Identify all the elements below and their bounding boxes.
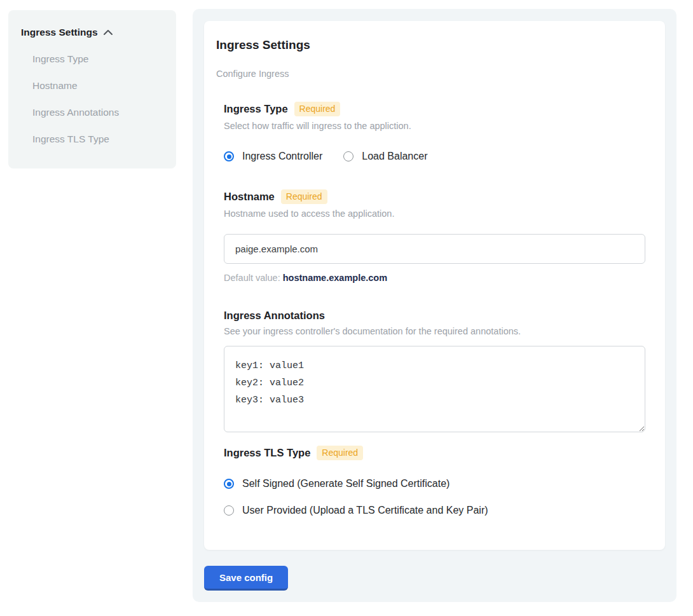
default-value-text: hostname.example.com <box>283 273 387 283</box>
hostname-description: Hostname used to access the application. <box>224 209 645 219</box>
ingress-type-radio-group: Ingress Controller Load Balancer <box>224 151 645 162</box>
radio-option-user-provided[interactable]: User Provided (Upload a TLS Certificate … <box>224 505 645 516</box>
sidebar-item-list: Ingress Type Hostname Ingress Annotation… <box>32 54 163 144</box>
radio-label: User Provided (Upload a TLS Certificate … <box>242 505 488 516</box>
default-value-prefix: Default value: <box>224 273 283 283</box>
hostname-default-row: Default value: hostname.example.com <box>224 273 645 283</box>
radio-label: Self Signed (Generate Self Signed Certif… <box>242 478 449 489</box>
section-ingress-tls-type: Ingress TLS Type Required Self Signed (G… <box>224 446 645 516</box>
radio-label: Load Balancer <box>362 151 427 162</box>
sidebar-group-ingress-settings[interactable]: Ingress Settings <box>21 27 163 38</box>
radio-icon[interactable] <box>224 479 234 489</box>
ingress-type-description: Select how traffic will ingress to the a… <box>224 121 645 131</box>
sidebar-item-ingress-type[interactable]: Ingress Type <box>32 54 163 64</box>
hostname-input[interactable] <box>224 234 645 264</box>
settings-sidebar: Ingress Settings Ingress Type Hostname I… <box>8 10 176 168</box>
page-subtitle: Configure Ingress <box>216 69 645 79</box>
section-ingress-type: Ingress Type Required Select how traffic… <box>224 102 645 162</box>
sidebar-item-hostname[interactable]: Hostname <box>32 81 163 91</box>
radio-icon[interactable] <box>224 151 234 161</box>
radio-option-load-balancer[interactable]: Load Balancer <box>343 151 427 162</box>
ingress-tls-type-label: Ingress TLS Type <box>224 447 310 459</box>
required-badge: Required <box>294 102 341 116</box>
radio-icon[interactable] <box>224 505 234 516</box>
required-badge: Required <box>317 446 363 460</box>
radio-icon[interactable] <box>343 151 353 161</box>
required-badge: Required <box>281 189 327 204</box>
radio-option-self-signed[interactable]: Self Signed (Generate Self Signed Certif… <box>224 478 645 489</box>
ingress-annotations-label: Ingress Annotations <box>224 310 325 322</box>
ingress-annotations-description: See your ingress controller's documentat… <box>224 326 645 336</box>
ingress-settings-card: Ingress Settings Configure Ingress Ingre… <box>204 21 665 550</box>
sidebar-group-label: Ingress Settings <box>21 27 98 38</box>
section-hostname: Hostname Required Hostname used to acces… <box>224 189 645 283</box>
ingress-type-label: Ingress Type <box>224 103 288 115</box>
radio-option-ingress-controller[interactable]: Ingress Controller <box>224 151 322 162</box>
radio-label: Ingress Controller <box>242 151 322 162</box>
section-ingress-annotations: Ingress Annotations See your ingress con… <box>224 310 645 432</box>
hostname-label: Hostname <box>224 191 275 203</box>
chevron-up-icon <box>103 29 113 36</box>
ingress-annotations-textarea[interactable]: key1: value1 key2: value2 key3: value3 <box>224 346 645 432</box>
ingress-tls-radio-group: Self Signed (Generate Self Signed Certif… <box>224 478 645 516</box>
ingress-settings-panel: Ingress Settings Configure Ingress Ingre… <box>193 9 676 602</box>
sidebar-item-ingress-annotations[interactable]: Ingress Annotations <box>32 107 163 118</box>
page-title: Ingress Settings <box>216 38 645 52</box>
sidebar-item-ingress-tls-type[interactable]: Ingress TLS Type <box>32 134 163 144</box>
save-config-button[interactable]: Save config <box>204 566 288 591</box>
